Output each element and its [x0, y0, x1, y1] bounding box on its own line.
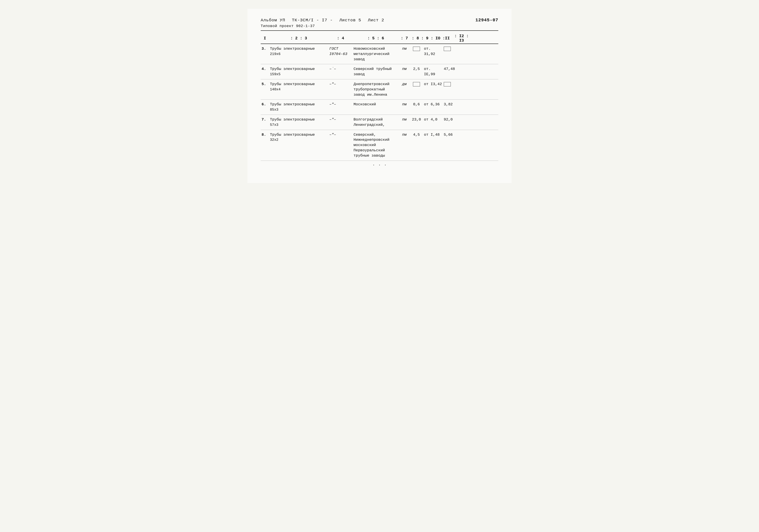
- table-row: 7.Трубы электросварные57x3–"–Волгоградск…: [261, 115, 498, 130]
- row-name: Трубы электросварные219x6: [269, 46, 329, 57]
- col-header-1: I: [261, 36, 269, 40]
- page: Альбом УП ТК-ЗСМ/I - I7 - Листов 5 Лист …: [248, 9, 511, 183]
- row-unit: пм: [399, 117, 410, 122]
- row-unit: пм: [399, 132, 410, 137]
- row-unit: дм: [399, 82, 410, 87]
- album-label: Альбом УП: [261, 18, 285, 23]
- row-name: Трубы электросварные32x2: [269, 132, 329, 143]
- row-manufacturer: Северский трубный завод: [353, 66, 399, 77]
- row-number: 3.: [261, 46, 269, 52]
- row-manufacturer: Московский: [353, 102, 399, 107]
- col-header-4: : 4: [329, 36, 353, 40]
- col-header-8: : 8: [410, 36, 421, 40]
- row-unit: пм: [399, 46, 410, 52]
- row-unit: пм: [399, 66, 410, 72]
- row-qty: 4,5: [410, 132, 423, 137]
- row-manufacturer: Днепропетровский трубопрокатный завод им…: [353, 82, 399, 97]
- row-gost: –"–: [329, 102, 353, 107]
- row-gost: ГОСТ I0704-63: [329, 46, 353, 57]
- row-price: от 4,0: [423, 117, 443, 122]
- top-divider: [261, 30, 498, 31]
- col-header-11: :II: [441, 36, 452, 40]
- row-total: [443, 82, 458, 87]
- row-manufacturer: Новомосковский металлургический завод: [353, 46, 399, 62]
- row-gost: –"–: [329, 82, 353, 87]
- column-headers: I : 2 : 3 : 4 : 5 : 6 : 7 : 8 : 9 : IO :…: [261, 33, 498, 44]
- row-name: Трубы электросварные140x4: [269, 82, 329, 92]
- col-header-9: : 9 : IO: [421, 36, 441, 40]
- doc-number: 12945-07: [475, 18, 498, 23]
- header-row: Альбом УП ТК-ЗСМ/I - I7 - Листов 5 Лист …: [261, 18, 498, 23]
- row-name: Трубы электросварные85x3: [269, 102, 329, 112]
- row-price: от. IE,99: [423, 66, 443, 77]
- row-price: от. 31,92: [423, 46, 443, 57]
- row-manufacturer: Северский, Нижнеднепровский московский П…: [353, 132, 399, 158]
- row-qty: 2,5: [410, 66, 423, 72]
- row-name: Трубы электросварные57x3: [269, 117, 329, 128]
- table-row: 3.Трубы электросварные219x6ГОСТ I0704-63…: [261, 44, 498, 64]
- row-qty: [410, 82, 423, 87]
- sheets-label: Листов 5: [340, 18, 361, 23]
- row-manufacturer: Волгоградский Ленинградский,: [353, 117, 399, 128]
- row-number: 5.: [261, 82, 269, 87]
- row-qty: [410, 46, 423, 52]
- row-total: 5,66: [443, 132, 458, 137]
- row-total: 3,82: [443, 102, 458, 107]
- row-total: 47,48: [443, 66, 458, 72]
- row-number: 7.: [261, 117, 269, 122]
- table-row: 5.Трубы электросварные140x4–"–Днепропетр…: [261, 79, 498, 100]
- row-gost: –"–: [329, 132, 353, 137]
- row-number: 6.: [261, 102, 269, 107]
- col-header-23: : 2 : 3: [269, 36, 329, 40]
- col-header-1213: : I2 : I3: [452, 34, 471, 43]
- row-gost: –"–: [329, 117, 353, 122]
- row-name: Трубы электросварные159x5: [269, 66, 329, 77]
- bottom-dots: · · ·: [261, 163, 498, 168]
- subheader: Типовой проект 902-1-37: [261, 24, 498, 28]
- row-total: 92,0: [443, 117, 458, 122]
- row-price: от I,48: [423, 132, 443, 137]
- row-price: от 6,36: [423, 102, 443, 107]
- col-header-7: : 7: [399, 36, 410, 40]
- table-row: 6.Трубы электросварные85x3–"–Московскийп…: [261, 100, 498, 115]
- header-code: ТК-ЗСМ/I - I7 -: [292, 18, 333, 23]
- row-gost: –˙–: [329, 66, 353, 72]
- sheet-label: Лист 2: [368, 18, 384, 23]
- rows-container: 3.Трубы электросварные219x6ГОСТ I0704-63…: [261, 44, 498, 161]
- row-qty: 0,6: [410, 102, 423, 107]
- row-total: [443, 46, 458, 52]
- table-row: 8.Трубы электросварные32x2–"–Северский, …: [261, 130, 498, 161]
- row-number: 8.: [261, 132, 269, 137]
- row-qty: 23,0: [410, 117, 423, 122]
- row-number: 4.: [261, 66, 269, 72]
- table-row: 4.Трубы электросварные159x5–˙–Северский …: [261, 64, 498, 79]
- row-price: от I3,42: [423, 82, 443, 87]
- col-header-56: : 5 : 6: [353, 36, 399, 40]
- row-unit: пм: [399, 102, 410, 107]
